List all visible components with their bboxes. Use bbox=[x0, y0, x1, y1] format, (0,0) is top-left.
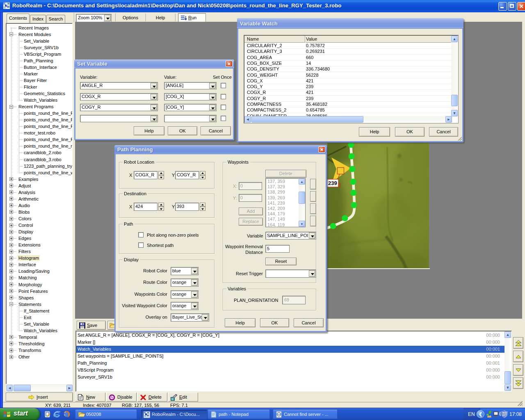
svg-text:239: 239 bbox=[328, 180, 337, 186]
